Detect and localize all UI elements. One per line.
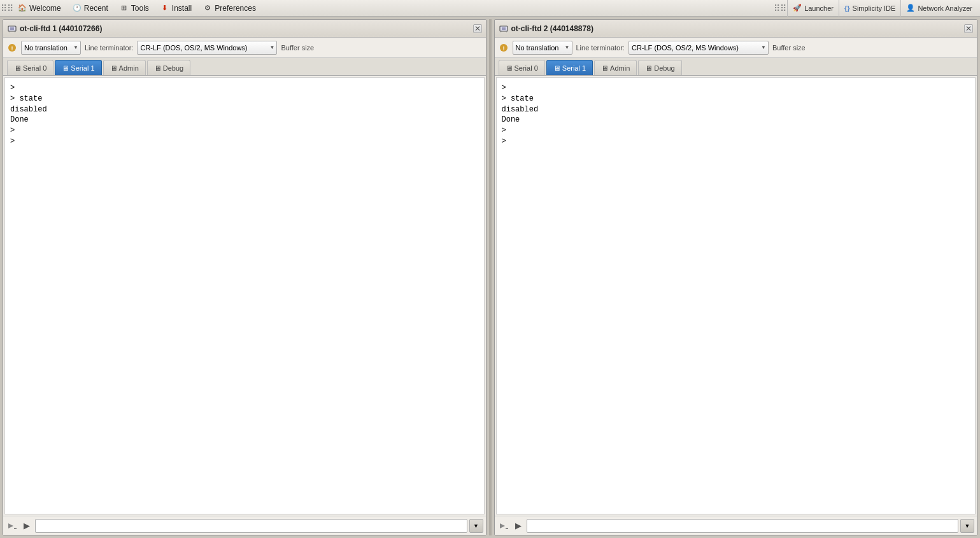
menu-welcome-label: Welcome [29,4,61,13]
svg-rect-7 [14,528,17,529]
panel-2-tab-admin[interactable]: 🖥 Admin [594,60,637,75]
panel-splitter[interactable] [489,19,492,535]
panel-1-terminal[interactable]: > > state disabled Done > > [4,77,485,514]
panel-1-tab-serial0[interactable]: 🖥 Serial 0 [7,60,53,75]
install-icon: ⬇ [160,4,169,13]
svg-rect-15 [506,528,508,529]
svg-marker-14 [500,523,505,528]
home-icon: 🏠 [18,4,27,13]
menu-tools[interactable]: ⊞ Tools [115,3,154,14]
panel-2-terminal[interactable]: > > state disabled Done > > [496,77,976,514]
svg-marker-6 [8,523,13,528]
panel-1-tab-admin[interactable]: 🖥 Admin [103,60,146,75]
panel-2-toolbar: ! No translation LF (Unix) CR (Mac) Line… [495,38,977,58]
panel-2-send-button[interactable]: ▼ [960,519,974,533]
panel-1-line-term-label: Line terminator: [85,44,133,52]
panel-1-tab-serial1[interactable]: 🖥 Serial 1 [55,60,101,75]
menubar-right: ⠿⠿ 🚀 Launcher {} Simplicity IDE 👤 Networ… [776,0,977,17]
serial0-icon: 🖥 [14,64,21,72]
svg-point-10 [500,31,501,32]
panel-1-line-term-select[interactable]: CR-LF (DOS, OS/2, MS Windows) LF (Unix) … [137,41,277,55]
panel-2-translation-select-wrapper[interactable]: No translation LF (Unix) CR (Mac) [513,41,572,55]
panel-1-line-term-select-wrapper[interactable]: CR-LF (DOS, OS/2, MS Windows) LF (Unix) … [137,41,277,55]
admin-icon: 🖥 [110,64,117,72]
panel-2-line-term-label: Line terminator: [576,44,625,52]
panel-2-buffer-size-label: Buffer size [772,44,806,52]
panel-1-tab-debug[interactable]: 🖥 Debug [147,60,190,75]
svg-text:!: ! [11,45,13,52]
panel-1-tab-debug-label: Debug [163,64,183,72]
simplicity-ide-label: Simplicity IDE [853,4,896,12]
panel-1-titlebar: ot-cli-ftd 1 (440107266) ✕ [3,20,486,38]
svg-point-2 [9,31,10,32]
panel-1-input-field[interactable] [35,519,467,533]
panel-2-close-button[interactable]: ✕ [964,24,973,33]
panel-2-tab-admin-label: Admin [610,64,630,72]
p2-admin-icon: 🖥 [601,64,608,72]
panel-2-input-field[interactable] [527,519,959,533]
panel-1-title: ot-cli-ftd 1 (440107266) [20,24,471,33]
debug-icon: 🖥 [154,64,161,72]
panels-container: ot-cli-ftd 1 (440107266) ✕ ! No translat… [0,17,980,538]
menu-preferences[interactable]: ⚙ Preferences [198,3,261,14]
svg-rect-9 [502,27,506,30]
panel-2-tabs: 🖥 Serial 0 🖥 Serial 1 🖥 Admin 🖥 Debug [495,58,977,76]
panel-2-input-area: ▶ ▼ [495,516,977,535]
menubar: ⠿⠿ 🏠 Welcome 🕐 Recent ⊞ Tools ⬇ Install … [0,0,980,17]
preferences-icon: ⚙ [203,4,212,13]
panel-1-prompt-icon [6,520,18,532]
panel-1-device-icon [7,24,17,34]
panel-1-tab-serial0-label: Serial 0 [23,64,46,72]
panel-1-toolbar: ! No translation LF (Unix) CR (Mac) Line… [3,38,486,58]
panel-2-tab-serial0[interactable]: 🖥 Serial 0 [499,60,545,75]
menu-simplicity-ide[interactable]: {} Simplicity IDE [839,0,900,17]
network-analyzer-icon: 👤 [906,4,915,12]
drag-handle-icon: ⠿⠿ [3,4,11,13]
panel-1-send-button[interactable]: ▼ [469,519,483,533]
menu-recent[interactable]: 🕐 Recent [67,3,113,14]
simplicity-ide-icon: {} [844,4,850,12]
menu-launcher[interactable]: 🚀 Launcher [787,0,839,17]
menu-network-analyzer[interactable]: 👤 Network Analyzer [900,0,977,17]
menu-tools-label: Tools [131,4,149,13]
svg-text:!: ! [502,45,504,52]
panel-1-translation-select[interactable]: No translation LF (Unix) CR (Mac) [21,41,81,55]
panel-2-titlebar: ot-cli-ftd 2 (440148878) ✕ [495,20,977,38]
panel-2-toolbar-icon: ! [499,43,509,53]
p2-serial1-icon: 🖥 [553,64,560,72]
recent-icon: 🕐 [73,4,82,13]
panel-2-tab-debug[interactable]: 🖥 Debug [638,60,681,75]
panel-2-tab-serial1-label: Serial 1 [562,64,586,72]
panel-2-tab-debug-label: Debug [654,64,674,72]
p2-debug-icon: 🖥 [645,64,652,72]
panel-1-toolbar-icon: ! [7,43,17,53]
menu-install[interactable]: ⬇ Install [155,3,197,14]
panel-2-tab-serial0-label: Serial 0 [515,64,538,72]
panel-2-terminal-icon: ▶ [512,520,525,532]
panel-2-tab-serial1[interactable]: 🖥 Serial 1 [546,60,593,75]
tools-icon: ⊞ [120,4,129,13]
panel-1-input-area: ▶ ▼ [3,516,486,535]
panel-1-tab-admin-label: Admin [119,64,139,72]
panel-2-title: ot-cli-ftd 2 (440148878) [511,24,962,33]
svg-point-3 [15,31,16,32]
panel-1-terminal-icon: ▶ [20,520,33,532]
panel-1-close-button[interactable]: ✕ [473,24,482,33]
menu-recent-label: Recent [84,4,108,13]
panel-1-buffer-size-label: Buffer size [281,44,314,52]
panel-2-line-term-select-wrapper[interactable]: CR-LF (DOS, OS/2, MS Windows) LF (Unix) … [628,41,769,55]
panel-1-tabs: 🖥 Serial 0 🖥 Serial 1 🖥 Admin 🖥 Debug [3,58,486,76]
panel-2-line-term-select[interactable]: CR-LF (DOS, OS/2, MS Windows) LF (Unix) … [628,41,769,55]
panel-1-translation-select-wrapper[interactable]: No translation LF (Unix) CR (Mac) [21,41,81,55]
panel-2-translation-select[interactable]: No translation LF (Unix) CR (Mac) [513,41,572,55]
launcher-icon: 🚀 [793,4,802,12]
p2-serial0-icon: 🖥 [506,64,513,72]
serial1-icon: 🖥 [62,64,69,72]
panel-2: ot-cli-ftd 2 (440148878) ✕ ! No translat… [494,19,978,535]
menu-welcome[interactable]: 🏠 Welcome [13,3,66,14]
menu-preferences-label: Preferences [215,4,256,13]
panel-1: ot-cli-ftd 1 (440107266) ✕ ! No translat… [3,19,486,535]
launcher-label: Launcher [804,4,834,12]
panel-2-device-icon [499,24,509,34]
menubar-left: ⠿⠿ 🏠 Welcome 🕐 Recent ⊞ Tools ⬇ Install … [3,3,776,14]
